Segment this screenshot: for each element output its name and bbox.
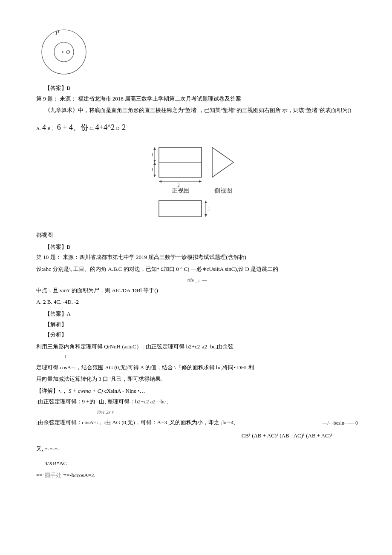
svg-text:1: 1 [208, 207, 210, 211]
svg-marker-14 [159, 180, 161, 183]
detail-p4a: 【详解】•.， [36, 388, 67, 394]
detail-p9: 4/XB*AC [45, 458, 358, 469]
svg-point-1 [54, 42, 74, 62]
q9-opt-b-label: B , [47, 126, 53, 131]
fenxi-label: 【分析】 [45, 330, 358, 340]
svg-marker-7 [153, 160, 156, 162]
three-view-figure: 1 1 2 正视图 侧视图 1 [36, 143, 358, 228]
label-p: P [55, 30, 59, 36]
analysis-p2: 定理可得 cosA=:，结合范围 AG (0,无)可得 A 的值，结合 \『修的… [36, 362, 358, 373]
q9-body: 《九章算术》中，将底面是直角三角形的直三棱柱称之为"堑堵"，已知某"堑堵"的三视… [36, 105, 358, 116]
q10-options: A. 2 B. 4C. -4D. -2 [36, 297, 358, 308]
p6-row: ---/- -besin- ---- 0 ;由余弦定理可得：cosA=:，:由 … [36, 417, 358, 428]
svg-marker-6 [153, 147, 156, 150]
side-note: ---/- -besin- ---- 0 [322, 418, 358, 428]
q9-opt-a-label: A. [36, 126, 41, 131]
detail-p4c: cXsinA - Nine •… [104, 388, 145, 394]
q9-opt-c-label: C. [89, 126, 94, 131]
svg-rect-20 [159, 201, 202, 217]
svg-text:侧视图: 侧视图 [214, 187, 232, 194]
detail-p8: 又, =-=-=- [36, 444, 358, 454]
concentric-circles-figure: P O [36, 26, 358, 77]
q10-header: 第 10 题： 来源：四川省成都市第七中学 2019 届高三数学一诊模拟考试试题… [36, 252, 358, 263]
svg-point-2 [62, 51, 63, 53]
detail-p4: 【详解】•.， S + cwma + C) cXsinA - Nine •… [36, 386, 358, 397]
q9-options: A. 4 B , 6 + 4、份 C. 4+4^2 D. 2 [36, 120, 358, 135]
q9-opt-b-value: 6 + 4、份 [57, 123, 88, 132]
svg-text:1: 1 [151, 167, 153, 172]
svg-point-0 [42, 30, 86, 74]
answer-8: 【答案】B [45, 83, 358, 94]
svg-text:正视图: 正视图 [172, 187, 190, 194]
jiexi-label: 【解析】 [45, 319, 358, 330]
q10-mid-fragment: rife _』— [36, 276, 358, 285]
detail-p10a: == [36, 472, 43, 478]
svg-marker-15 [199, 180, 202, 183]
detail-p10b: '*=-bccosA=2. [63, 472, 95, 478]
q9-opt-a-value: 4 [42, 123, 46, 132]
analysis-p1: 利用三角形内角和定理可得 QrNnH (arinC） . 由正弦定理可得 b2+… [36, 342, 358, 352]
detail-p5-sub: I%1 2x r [97, 408, 358, 417]
detail-p6: ;由余弦定理可得：cosA=:，:由 AG (0,无)，可得：A=3 ,又的面积… [36, 419, 235, 426]
svg-marker-18 [212, 147, 233, 177]
analysis-p1-sub: 1 [64, 352, 358, 361]
label-o: O [66, 49, 70, 55]
detail-p4b: S + cwma + C) [69, 388, 103, 394]
answer-9: 【答案】B [45, 242, 358, 253]
detail-p5: :由正弦定理可得：9 +的 · 山, 整理可得：b2+c2 a2=-bc , [36, 397, 358, 407]
q10-line2: 中点，且.vu?c 的面积为尸，则 AE∵DA 'DBl 等于() [36, 285, 358, 296]
answer-10: 【答案】A [45, 309, 358, 319]
svg-marker-10 [153, 162, 156, 165]
top-view-caption: 都视图 [36, 230, 358, 241]
q9-opt-c-value: 4+4^2 [95, 123, 115, 132]
svg-marker-23 [205, 214, 207, 217]
q10-line1: 设:ahc 分别是\, 工目。的内角 A.B.C 的对边，已知* £加口 0 °… [36, 264, 358, 275]
detail-p10: =="圈手处.'*=-bccosA=2. [36, 470, 358, 481]
detail-p10-gray: "圈手处. [43, 472, 63, 478]
detail-p7: CB¹ (AB + AC)¹ (AB - AC)¹ (AB + AC)¹ [36, 431, 332, 441]
svg-marker-22 [205, 201, 207, 203]
analysis-p3: 用向量加减法运算转化为 3 口 '凡己，即可求得结果. [36, 374, 358, 385]
svg-text:2: 2 [177, 182, 180, 187]
q9-opt-d-label: D. [116, 126, 121, 131]
q9-opt-d-value: 2 [122, 123, 126, 132]
svg-text:1: 1 [151, 152, 153, 157]
svg-marker-11 [153, 175, 156, 177]
q9-header: 第 9 题： 来源： 福建省龙海市 2018 届高三数学上学期第二次月考试题理试… [36, 94, 358, 104]
